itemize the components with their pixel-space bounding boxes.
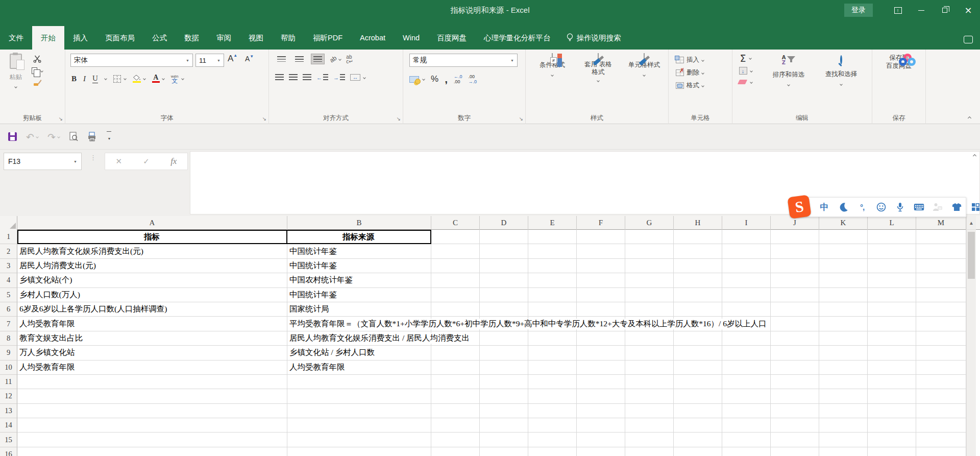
name-box-dropdown-icon[interactable]: ▼ (74, 160, 77, 163)
cell-G16[interactable] (625, 447, 674, 456)
cell-H5[interactable] (674, 288, 722, 302)
cell-G8[interactable] (625, 331, 674, 346)
cell-E8[interactable] (528, 331, 577, 346)
cell-E9[interactable] (528, 346, 577, 360)
cell-H15[interactable] (674, 433, 722, 447)
cell-K4[interactable] (819, 273, 868, 287)
cell-A13[interactable] (17, 404, 287, 418)
cell-B16[interactable] (287, 447, 431, 456)
toolbox-icon[interactable] (970, 201, 980, 213)
keyboard-icon[interactable] (913, 201, 924, 213)
cell-J9[interactable] (771, 346, 819, 360)
cell-G11[interactable] (625, 375, 674, 389)
cell-I1[interactable] (722, 230, 771, 244)
cell-F5[interactable] (577, 288, 625, 302)
vertical-scrollbar[interactable]: ▲ (966, 216, 976, 456)
row-header-6[interactable]: 6 (0, 302, 17, 317)
cell-A8[interactable]: 教育文娱支出占比 (17, 331, 287, 346)
print-preview-button[interactable] (67, 130, 80, 143)
cell-J4[interactable] (771, 273, 819, 287)
cell-L6[interactable] (868, 302, 916, 317)
cell-G4[interactable] (625, 273, 674, 287)
column-header-L[interactable]: L (868, 216, 916, 230)
row-header-7[interactable]: 7 (0, 317, 17, 331)
alignment-dialog-launcher-icon[interactable]: ↘ (397, 116, 401, 122)
row-header-11[interactable]: 11 (0, 375, 17, 389)
cell-D14[interactable] (480, 418, 528, 433)
cell-K5[interactable] (819, 288, 868, 302)
decrease-font-size-button[interactable]: A▼ (245, 55, 254, 63)
cell-L14[interactable] (868, 418, 916, 433)
save-to-baidu-button[interactable]: 保存到百度网盘 (876, 54, 921, 70)
column-header-H[interactable]: H (674, 216, 722, 230)
paste-dropdown-icon[interactable] (14, 85, 17, 88)
chinese-mode-icon[interactable]: 中 (819, 201, 830, 213)
tab-公式[interactable]: 公式 (143, 26, 176, 50)
cell-B9[interactable]: 乡镇文化站 / 乡村人口数 (287, 346, 431, 360)
cell-J6[interactable] (771, 302, 819, 317)
row-header-14[interactable]: 14 (0, 418, 17, 433)
delete-cells-button[interactable]: 删除 (676, 68, 704, 77)
cell-C12[interactable] (431, 389, 480, 403)
cell-D15[interactable] (480, 433, 528, 447)
number-format-combo[interactable]: 常规▼ (409, 54, 518, 67)
cell-J5[interactable] (771, 288, 819, 302)
fill-color-button[interactable] (133, 75, 145, 83)
cell-I14[interactable] (722, 418, 771, 433)
cell-C6[interactable] (431, 302, 480, 317)
cell-D8[interactable] (480, 331, 528, 346)
accounting-format-button[interactable] (409, 76, 425, 83)
cell-L11[interactable] (868, 375, 916, 389)
align-center-button[interactable] (289, 74, 298, 81)
tab-Acrobat[interactable]: Acrobat (351, 26, 394, 50)
cell-C14[interactable] (431, 418, 480, 433)
conditional-formatting-button[interactable]: ≠ 条件格式 (530, 54, 575, 77)
cell-C10[interactable] (431, 361, 480, 375)
find-select-button[interactable]: 查找和选择 (816, 54, 867, 86)
cell-I16[interactable] (722, 447, 771, 456)
cell-L3[interactable] (868, 259, 916, 273)
cell-L15[interactable] (868, 433, 916, 447)
column-header-I[interactable]: I (722, 216, 771, 230)
cell-F4[interactable] (577, 273, 625, 287)
cell-I11[interactable] (722, 375, 771, 389)
cell-E12[interactable] (528, 389, 577, 403)
cell-C2[interactable] (431, 244, 480, 258)
scrollbar-thumb[interactable] (968, 232, 975, 279)
cell-F3[interactable] (577, 259, 625, 273)
row-header-13[interactable]: 13 (0, 404, 17, 418)
cell-A5[interactable]: 乡村人口数(万人) (17, 288, 287, 302)
cell-M15[interactable] (916, 433, 966, 447)
quick-print-button[interactable] (85, 130, 99, 143)
cell-J1[interactable] (771, 230, 819, 244)
cell-F10[interactable] (577, 361, 625, 375)
cell-B14[interactable] (287, 418, 431, 433)
cell-J13[interactable] (771, 404, 819, 418)
cell-M6[interactable] (916, 302, 966, 317)
cell-A9[interactable]: 万人乡镇文化站 (17, 346, 287, 360)
cell-D9[interactable] (480, 346, 528, 360)
cell-A2[interactable]: 居民人均教育文化娱乐消费支出(元) (17, 244, 287, 258)
cell-B13[interactable] (287, 404, 431, 418)
row-header-16[interactable]: 16 (0, 447, 17, 456)
cell-L9[interactable] (868, 346, 916, 360)
tab-文件[interactable]: 文件 (0, 26, 32, 50)
name-box[interactable]: F13 ▼ (4, 153, 82, 170)
cell-C3[interactable] (431, 259, 480, 273)
increase-decimal-button[interactable]: ←.0.00 (454, 74, 462, 84)
cell-K6[interactable] (819, 302, 868, 317)
cell-E15[interactable] (528, 433, 577, 447)
cell-L10[interactable] (868, 361, 916, 375)
wrap-text-button[interactable]: abc↵ (346, 55, 353, 64)
cell-B12[interactable] (287, 389, 431, 403)
cell-E16[interactable] (528, 447, 577, 456)
tab-Wind[interactable]: Wind (394, 26, 428, 50)
cell-K1[interactable] (819, 230, 868, 244)
font-dialog-launcher-icon[interactable]: ↘ (262, 116, 266, 122)
italic-button[interactable]: I (83, 75, 86, 83)
cell-B15[interactable] (287, 433, 431, 447)
cell-M14[interactable] (916, 418, 966, 433)
cell-I6[interactable] (722, 302, 771, 317)
cell-G1[interactable] (625, 230, 674, 244)
row-header-1[interactable]: 1 (0, 230, 17, 244)
